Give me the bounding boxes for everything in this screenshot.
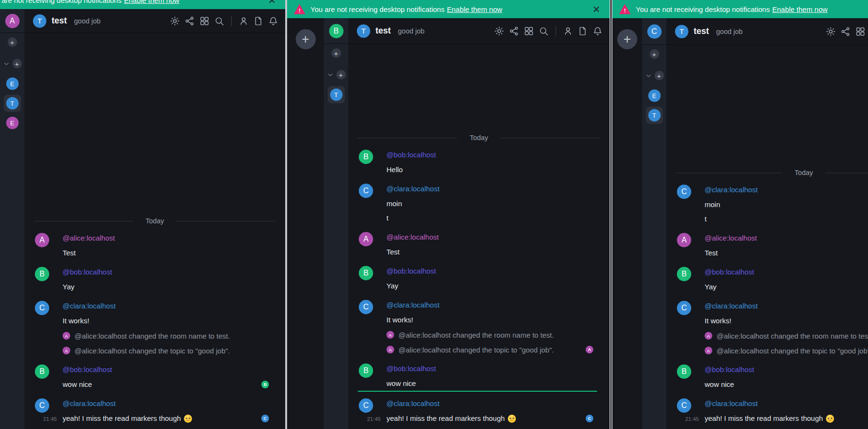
sender-name[interactable]: @bob:localhost (386, 266, 593, 276)
chevron-down-icon[interactable] (327, 71, 334, 78)
confused-emoji (184, 415, 192, 423)
sender-name[interactable]: @alice:localhost (63, 233, 269, 243)
read-receipt-avatar[interactable]: C (261, 415, 269, 422)
user-avatar-mini[interactable]: A (386, 346, 394, 353)
read-receipt-avatar[interactable]: B (261, 381, 269, 388)
read-receipt-avatar[interactable]: A (586, 346, 593, 353)
sender-name[interactable]: @clara:localhost (386, 184, 593, 194)
rail-room-item[interactable]: T (4, 95, 21, 112)
sender-name[interactable]: @bob:localhost (63, 364, 269, 375)
sender-avatar[interactable]: A (35, 233, 49, 247)
sender-avatar[interactable]: B (359, 266, 373, 280)
chevron-down-icon[interactable] (3, 60, 10, 67)
grid-icon[interactable] (524, 26, 534, 36)
enable-notifications-link[interactable]: Enable them now (447, 5, 502, 13)
sender-name[interactable]: @clara:localhost (63, 301, 269, 311)
user-avatar[interactable]: C (647, 24, 662, 39)
sender-name[interactable]: @clara:localhost (386, 398, 593, 409)
bell-icon[interactable] (268, 16, 279, 26)
sender-avatar[interactable]: C (677, 398, 691, 413)
sender-name[interactable]: @clara:localhost (705, 301, 868, 311)
sender-avatar[interactable]: C (35, 301, 49, 315)
file-icon[interactable] (253, 16, 264, 26)
user-avatar[interactable]: A (5, 14, 20, 28)
sender-avatar[interactable]: C (677, 185, 691, 199)
close-banner-icon[interactable]: × (266, 0, 279, 5)
search-icon[interactable] (538, 26, 549, 36)
sender-name[interactable]: @clara:localhost (705, 185, 868, 195)
read-receipt-avatar[interactable]: C (586, 415, 593, 422)
divider-line (358, 138, 457, 138)
room-avatar[interactable]: T (357, 24, 370, 38)
user-avatar-mini[interactable]: A (63, 332, 70, 340)
rail-room-item[interactable]: T (328, 86, 345, 103)
user-avatar-mini[interactable]: A (63, 347, 70, 354)
people-icon[interactable] (563, 26, 573, 36)
sender-avatar[interactable]: C (677, 301, 691, 315)
message-group: A@alice:localhostTest (24, 233, 285, 260)
sender-avatar[interactable]: C (359, 398, 373, 413)
sender-name[interactable]: @bob:localhost (705, 267, 868, 277)
rail-room-item[interactable]: E (4, 75, 21, 92)
close-banner-icon[interactable]: × (590, 4, 603, 14)
settings-icon[interactable] (494, 26, 504, 36)
sender-avatar[interactable]: B (35, 267, 49, 281)
sender-avatar[interactable]: B (677, 267, 691, 281)
user-avatar[interactable]: B (329, 24, 343, 38)
message-body: Yay (705, 280, 868, 294)
room-avatar[interactable]: T (675, 25, 688, 38)
message-body: Hello (386, 163, 593, 177)
sender-avatar[interactable]: A (359, 232, 373, 246)
message-body: Test (705, 246, 868, 260)
add-room-button-small[interactable]: + (12, 59, 22, 68)
add-room-button-small[interactable]: + (336, 70, 346, 79)
sender-name[interactable]: @clara:localhost (386, 300, 593, 310)
sender-avatar[interactable]: C (359, 184, 373, 198)
add-space-button[interactable]: + (617, 29, 637, 49)
grid-icon[interactable] (199, 16, 210, 26)
rail-room-item[interactable]: E (646, 87, 663, 104)
people-icon[interactable] (238, 16, 249, 26)
search-icon[interactable] (214, 16, 225, 26)
sender-name[interactable]: @alice:localhost (705, 233, 868, 243)
settings-icon[interactable] (825, 26, 836, 37)
grid-icon[interactable] (855, 26, 866, 37)
sender-name[interactable]: @clara:localhost (63, 398, 269, 409)
file-icon[interactable] (578, 26, 588, 36)
add-room-button[interactable]: + (332, 48, 341, 58)
settings-icon[interactable] (170, 16, 180, 26)
enable-notifications-link[interactable]: Enable them now (772, 5, 827, 13)
sender-name[interactable]: @bob:localhost (386, 363, 593, 374)
user-avatar-mini[interactable]: A (705, 332, 712, 340)
sender-avatar[interactable]: B (677, 364, 691, 379)
add-room-button-small[interactable]: + (654, 71, 664, 80)
system-message: A@alice:localhost changed the room name … (677, 329, 868, 343)
sender-avatar[interactable]: C (359, 300, 373, 314)
add-space-button[interactable]: + (296, 29, 316, 49)
share-icon[interactable] (184, 16, 195, 26)
rail-room-item[interactable]: E (4, 114, 21, 132)
sender-name[interactable]: @alice:localhost (386, 232, 593, 242)
enable-notifications-link[interactable]: Enable them now (124, 0, 179, 4)
share-icon[interactable] (840, 26, 851, 37)
bell-icon[interactable] (592, 26, 603, 36)
sender-name[interactable]: @bob:localhost (63, 267, 269, 277)
sender-avatar[interactable]: B (35, 364, 49, 379)
sender-avatar[interactable]: B (359, 150, 373, 164)
sender-avatar[interactable]: A (677, 233, 691, 247)
add-room-button[interactable]: + (8, 37, 17, 47)
sender-name[interactable]: @bob:localhost (386, 150, 593, 160)
room-avatar[interactable]: T (33, 14, 46, 28)
chevron-down-icon[interactable] (645, 72, 652, 79)
sender-name[interactable]: @bob:localhost (705, 364, 868, 375)
sender-name[interactable]: @clara:localhost (705, 398, 868, 409)
rail-room-item[interactable]: T (646, 107, 663, 124)
add-room-button[interactable]: + (650, 49, 659, 59)
message-gutter: B (677, 267, 705, 294)
message-text: wow nice (705, 377, 734, 392)
sender-avatar[interactable]: C (35, 398, 49, 413)
user-avatar-mini[interactable]: A (386, 331, 394, 339)
user-avatar-mini[interactable]: A (705, 347, 712, 354)
sender-avatar[interactable]: B (359, 363, 373, 378)
share-icon[interactable] (509, 26, 519, 36)
